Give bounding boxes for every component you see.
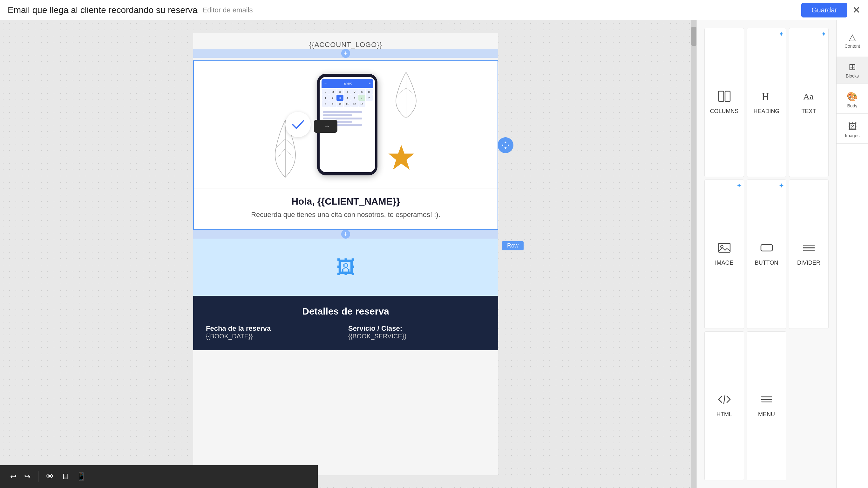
save-button[interactable]: Guardar <box>801 3 847 18</box>
cal-cell: 5 <box>351 95 358 101</box>
svg-marker-0 <box>389 145 414 170</box>
preview-button[interactable]: 👁 <box>46 472 54 481</box>
block-menu[interactable]: MENU <box>747 331 786 480</box>
scrollbar-thumb[interactable] <box>691 27 696 46</box>
cal-cell: 4 <box>344 95 351 101</box>
block-text-label: TEXT <box>801 108 816 115</box>
canvas-scroll[interactable]: {{ACCOUNT_LOGO}} + <box>0 20 691 488</box>
illustration: ← Enero ≡ L M X J V <box>266 67 425 182</box>
image-add-button[interactable]: ✦ <box>737 182 742 189</box>
svg-rect-1 <box>719 91 724 101</box>
phone-line <box>323 111 362 113</box>
menu-icon <box>760 394 773 408</box>
hero-image: ← Enero ≡ L M X J V <box>194 61 498 188</box>
add-bar-middle: + <box>193 230 498 239</box>
block-columns[interactable]: COLUMNS <box>704 28 744 177</box>
content-tab-label: Content <box>844 43 860 49</box>
block-columns-label: COLUMNS <box>710 108 738 115</box>
booking-date-value: {{BOOK_DATE}} <box>206 333 343 340</box>
tab-blocks[interactable]: ⊞ Blocks <box>837 57 868 84</box>
email-logo-row: {{ACCOUNT_LOGO}} + <box>193 33 498 60</box>
cal-cell: 12 <box>351 101 358 107</box>
block-html-label: HTML <box>716 411 732 418</box>
block-heading-label: HEADING <box>753 108 779 115</box>
desktop-button[interactable]: 🖥 <box>61 472 69 481</box>
booking-grid: Fecha de la reserva {{BOOK_DATE}} Servic… <box>206 325 486 340</box>
booking-service-label: Servicio / Clase: {{BOOK_SERVICE}} <box>348 325 486 340</box>
email-hero: ← Enero ≡ L M X J V <box>193 60 498 230</box>
phone-line <box>323 114 352 116</box>
move-handle[interactable] <box>498 137 514 153</box>
cal-cell: 2 <box>329 95 336 101</box>
image-placeholder[interactable]: 🖼 <box>193 239 498 296</box>
phone-screen-header: ← Enero ≡ <box>321 79 373 88</box>
bottom-bar: ↩ ↪ 👁 🖥 📱 <box>0 465 318 488</box>
cal-cell: 7 <box>366 95 373 101</box>
body-icon: 🎨 <box>847 92 858 102</box>
undo-button[interactable]: ↩ <box>10 472 17 481</box>
cal-cell: 13 <box>359 101 365 107</box>
columns-icon <box>718 91 731 105</box>
button-icon <box>760 242 773 256</box>
arrow-button <box>314 120 337 133</box>
image-placeholder-icon: 🖼 <box>336 256 355 278</box>
image-icon <box>718 242 731 256</box>
text-icon: Aa <box>803 91 815 105</box>
calendar-grid: L M X J V S D 1 2 3 <box>321 88 373 108</box>
booking-service-field-label: Servicio / Clase: <box>348 325 486 333</box>
redo-button[interactable]: ↪ <box>24 472 31 481</box>
block-text[interactable]: ✦ Aa TEXT <box>789 28 829 177</box>
block-divider[interactable]: DIVIDER <box>789 180 829 329</box>
topbar: Email que llega al cliente recordando su… <box>0 0 868 20</box>
tab-images[interactable]: 🖼 Images <box>837 116 868 144</box>
button-add-button[interactable]: ✦ <box>779 182 784 189</box>
topbar-right: Guardar ✕ <box>801 3 860 18</box>
email-canvas: {{ACCOUNT_LOGO}} + <box>193 33 498 475</box>
divider-icon <box>803 242 815 256</box>
topbar-title: Email que llega al cliente recordando su… <box>8 5 197 15</box>
heading-add-button[interactable]: ✦ <box>779 30 784 38</box>
block-menu-label: MENU <box>758 411 775 418</box>
block-image[interactable]: ✦ IMAGE <box>704 180 744 329</box>
hero-text: Hola, {{CLIENT_NAME}} Recuerda que tiene… <box>194 188 498 229</box>
blocks-tab-label: Blocks <box>846 73 859 79</box>
logo-placeholder: {{ACCOUNT_LOGO}} <box>309 41 382 49</box>
body-tab-label: Body <box>847 103 858 108</box>
mobile-button[interactable]: 📱 <box>76 472 86 481</box>
star-icon <box>387 144 415 172</box>
topbar-subtitle: Editor de emails <box>203 6 253 14</box>
booking-title: Detalles de reserva <box>206 306 486 317</box>
leaf-right-icon <box>390 70 422 123</box>
cal-cell: L <box>322 89 329 95</box>
block-image-label: IMAGE <box>715 260 733 266</box>
svg-text:Aa: Aa <box>803 92 814 101</box>
phone-line <box>323 118 362 119</box>
main-layout: {{ACCOUNT_LOGO}} + <box>0 20 868 488</box>
content-icon: △ <box>849 32 856 42</box>
cal-cell: M <box>329 89 336 95</box>
blocks-grid: COLUMNS ✦ H HEADING ✦ <box>697 20 836 488</box>
booking-date-field-label: Fecha de la reserva <box>206 325 343 333</box>
close-button[interactable]: ✕ <box>852 4 860 16</box>
tab-body[interactable]: 🎨 Body <box>837 86 868 114</box>
heading-icon: H <box>760 91 773 105</box>
blocks-panel: COLUMNS ✦ H HEADING ✦ <box>696 20 836 488</box>
add-row-top-button[interactable]: + <box>341 49 350 58</box>
add-row-middle-button[interactable]: + <box>341 230 350 239</box>
block-html[interactable]: HTML <box>704 331 744 480</box>
canvas-area: {{ACCOUNT_LOGO}} + <box>0 20 696 488</box>
block-heading[interactable]: ✦ H HEADING <box>747 28 786 177</box>
cal-cell-checked: ✓ <box>359 95 365 101</box>
add-bar-top: + <box>193 49 498 58</box>
text-add-button[interactable]: ✦ <box>821 30 826 38</box>
block-button[interactable]: ✦ BUTTON <box>747 180 786 329</box>
html-icon <box>718 394 731 408</box>
email-row-section: Row 🖼 Detalles de reserva Fecha de la re… <box>193 239 498 350</box>
tab-content[interactable]: △ Content <box>837 27 868 54</box>
svg-rect-7 <box>761 245 772 251</box>
topbar-left: Email que llega al cliente recordando su… <box>8 5 253 15</box>
cal-cell: 9 <box>329 101 336 107</box>
right-panel: COLUMNS ✦ H HEADING ✦ <box>696 20 868 488</box>
blocks-icon: ⊞ <box>848 62 856 72</box>
scrollbar[interactable] <box>691 20 696 488</box>
